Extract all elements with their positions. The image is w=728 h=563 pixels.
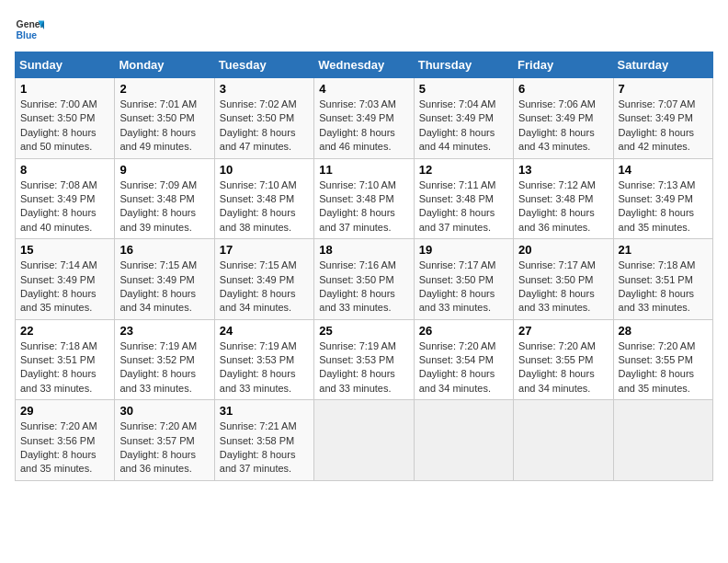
day-detail: Sunrise: 7:02 AM Sunset: 3:50 PM Dayligh…: [220, 98, 309, 155]
calendar-cell: 6 Sunrise: 7:06 AM Sunset: 3:49 PM Dayli…: [514, 78, 613, 159]
day-number: 10: [220, 163, 309, 177]
day-detail: Sunrise: 7:12 AM Sunset: 3:48 PM Dayligh…: [518, 178, 608, 236]
day-number: 29: [20, 404, 109, 418]
day-number: 28: [619, 324, 708, 338]
calendar-cell: 1 Sunrise: 7:00 AM Sunset: 3:50 PM Dayli…: [16, 78, 115, 159]
day-detail: Sunrise: 7:13 AM Sunset: 3:49 PM Dayligh…: [619, 178, 708, 236]
day-detail: Sunrise: 7:17 AM Sunset: 3:50 PM Dayligh…: [518, 259, 608, 316]
calendar-cell: 25 Sunrise: 7:19 AM Sunset: 3:53 PM Dayl…: [314, 319, 414, 400]
day-detail: Sunrise: 7:19 AM Sunset: 3:53 PM Dayligh…: [319, 339, 408, 396]
calendar-cell: 7 Sunrise: 7:07 AM Sunset: 3:49 PM Dayli…: [613, 78, 712, 159]
day-detail: Sunrise: 7:20 AM Sunset: 3:56 PM Dayligh…: [20, 419, 109, 477]
day-detail: Sunrise: 7:18 AM Sunset: 3:51 PM Dayligh…: [619, 259, 708, 316]
day-detail: Sunrise: 7:10 AM Sunset: 3:48 PM Dayligh…: [220, 178, 309, 236]
day-number: 14: [619, 163, 708, 177]
day-detail: Sunrise: 7:07 AM Sunset: 3:49 PM Dayligh…: [619, 98, 708, 155]
weekday-header-saturday: Saturday: [613, 52, 712, 78]
calendar-cell: 14 Sunrise: 7:13 AM Sunset: 3:49 PM Dayl…: [613, 158, 712, 239]
day-number: 5: [419, 82, 508, 96]
day-number: 3: [220, 82, 309, 96]
weekday-header-wednesday: Wednesday: [314, 52, 414, 78]
calendar-cell: 19 Sunrise: 7:17 AM Sunset: 3:50 PM Dayl…: [414, 239, 513, 320]
day-number: 26: [419, 324, 508, 338]
day-number: 25: [319, 324, 408, 338]
day-number: 17: [220, 243, 309, 257]
calendar-cell: 3 Sunrise: 7:02 AM Sunset: 3:50 PM Dayli…: [214, 78, 313, 159]
calendar-week-5: 29 Sunrise: 7:20 AM Sunset: 3:56 PM Dayl…: [16, 400, 713, 481]
day-detail: Sunrise: 7:11 AM Sunset: 3:48 PM Dayligh…: [419, 178, 508, 236]
day-detail: Sunrise: 7:18 AM Sunset: 3:51 PM Dayligh…: [20, 339, 109, 396]
weekday-header-friday: Friday: [514, 52, 613, 78]
calendar-cell: 8 Sunrise: 7:08 AM Sunset: 3:49 PM Dayli…: [16, 158, 115, 239]
calendar-cell: 5 Sunrise: 7:04 AM Sunset: 3:49 PM Dayli…: [414, 78, 513, 159]
calendar-cell: 22 Sunrise: 7:18 AM Sunset: 3:51 PM Dayl…: [16, 319, 115, 400]
weekday-header-thursday: Thursday: [414, 52, 513, 78]
day-detail: Sunrise: 7:01 AM Sunset: 3:50 PM Dayligh…: [119, 98, 209, 155]
day-detail: Sunrise: 7:20 AM Sunset: 3:54 PM Dayligh…: [419, 339, 508, 396]
calendar-cell: 11 Sunrise: 7:10 AM Sunset: 3:48 PM Dayl…: [314, 158, 414, 239]
day-number: 20: [518, 243, 608, 257]
day-number: 15: [20, 243, 109, 257]
day-number: 31: [220, 404, 309, 418]
calendar-cell: 2 Sunrise: 7:01 AM Sunset: 3:50 PM Dayli…: [115, 78, 214, 159]
calendar-cell: 13 Sunrise: 7:12 AM Sunset: 3:48 PM Dayl…: [514, 158, 613, 239]
day-number: 6: [518, 82, 608, 96]
calendar-cell: [414, 400, 513, 481]
day-number: 21: [619, 243, 708, 257]
day-detail: Sunrise: 7:14 AM Sunset: 3:49 PM Dayligh…: [20, 259, 109, 316]
day-detail: Sunrise: 7:16 AM Sunset: 3:50 PM Dayligh…: [319, 259, 408, 316]
calendar-cell: 27 Sunrise: 7:20 AM Sunset: 3:55 PM Dayl…: [514, 319, 613, 400]
day-detail: Sunrise: 7:04 AM Sunset: 3:49 PM Dayligh…: [419, 98, 508, 155]
calendar-cell: 21 Sunrise: 7:18 AM Sunset: 3:51 PM Dayl…: [613, 239, 712, 320]
day-detail: Sunrise: 7:08 AM Sunset: 3:49 PM Dayligh…: [20, 178, 109, 236]
day-number: 7: [619, 82, 708, 96]
calendar-cell: [514, 400, 613, 481]
calendar-week-4: 22 Sunrise: 7:18 AM Sunset: 3:51 PM Dayl…: [16, 319, 713, 400]
day-number: 1: [20, 82, 109, 96]
weekday-header-tuesday: Tuesday: [214, 52, 313, 78]
calendar-cell: 18 Sunrise: 7:16 AM Sunset: 3:50 PM Dayl…: [314, 239, 414, 320]
day-number: 24: [220, 324, 309, 338]
calendar-cell: [314, 400, 414, 481]
calendar-cell: 23 Sunrise: 7:19 AM Sunset: 3:52 PM Dayl…: [115, 319, 214, 400]
day-number: 4: [319, 82, 408, 96]
day-number: 16: [119, 243, 209, 257]
day-number: 8: [20, 163, 109, 177]
day-detail: Sunrise: 7:03 AM Sunset: 3:49 PM Dayligh…: [319, 98, 408, 155]
day-number: 27: [518, 324, 608, 338]
day-number: 13: [518, 163, 608, 177]
day-detail: Sunrise: 7:19 AM Sunset: 3:53 PM Dayligh…: [220, 339, 309, 396]
logo: General Blue: [15, 15, 44, 44]
svg-text:Blue: Blue: [17, 30, 38, 40]
weekday-header-sunday: Sunday: [16, 52, 115, 78]
day-number: 11: [319, 163, 408, 177]
day-detail: Sunrise: 7:09 AM Sunset: 3:48 PM Dayligh…: [119, 178, 209, 236]
day-detail: Sunrise: 7:10 AM Sunset: 3:48 PM Dayligh…: [319, 178, 408, 236]
calendar-cell: 16 Sunrise: 7:15 AM Sunset: 3:49 PM Dayl…: [115, 239, 214, 320]
calendar-cell: 12 Sunrise: 7:11 AM Sunset: 3:48 PM Dayl…: [414, 158, 513, 239]
day-number: 19: [419, 243, 508, 257]
page-header: General Blue: [15, 15, 713, 44]
day-number: 22: [20, 324, 109, 338]
calendar-week-3: 15 Sunrise: 7:14 AM Sunset: 3:49 PM Dayl…: [16, 239, 713, 320]
calendar-cell: 15 Sunrise: 7:14 AM Sunset: 3:49 PM Dayl…: [16, 239, 115, 320]
logo-icon: General Blue: [15, 15, 44, 44]
day-number: 30: [119, 404, 209, 418]
calendar-cell: 26 Sunrise: 7:20 AM Sunset: 3:54 PM Dayl…: [414, 319, 513, 400]
day-detail: Sunrise: 7:06 AM Sunset: 3:49 PM Dayligh…: [518, 98, 608, 155]
calendar-cell: 24 Sunrise: 7:19 AM Sunset: 3:53 PM Dayl…: [214, 319, 313, 400]
calendar-cell: 30 Sunrise: 7:20 AM Sunset: 3:57 PM Dayl…: [115, 400, 214, 481]
day-detail: Sunrise: 7:20 AM Sunset: 3:55 PM Dayligh…: [518, 339, 608, 396]
day-detail: Sunrise: 7:15 AM Sunset: 3:49 PM Dayligh…: [119, 259, 209, 316]
day-detail: Sunrise: 7:17 AM Sunset: 3:50 PM Dayligh…: [419, 259, 508, 316]
day-detail: Sunrise: 7:20 AM Sunset: 3:55 PM Dayligh…: [619, 339, 708, 396]
calendar-cell: 28 Sunrise: 7:20 AM Sunset: 3:55 PM Dayl…: [613, 319, 712, 400]
calendar-week-1: 1 Sunrise: 7:00 AM Sunset: 3:50 PM Dayli…: [16, 78, 713, 159]
calendar-cell: 9 Sunrise: 7:09 AM Sunset: 3:48 PM Dayli…: [115, 158, 214, 239]
calendar-cell: 20 Sunrise: 7:17 AM Sunset: 3:50 PM Dayl…: [514, 239, 613, 320]
calendar-cell: 17 Sunrise: 7:15 AM Sunset: 3:49 PM Dayl…: [214, 239, 313, 320]
day-detail: Sunrise: 7:00 AM Sunset: 3:50 PM Dayligh…: [20, 98, 109, 155]
calendar-cell: 29 Sunrise: 7:20 AM Sunset: 3:56 PM Dayl…: [16, 400, 115, 481]
day-detail: Sunrise: 7:21 AM Sunset: 3:58 PM Dayligh…: [220, 419, 309, 477]
calendar-cell: 31 Sunrise: 7:21 AM Sunset: 3:58 PM Dayl…: [214, 400, 313, 481]
